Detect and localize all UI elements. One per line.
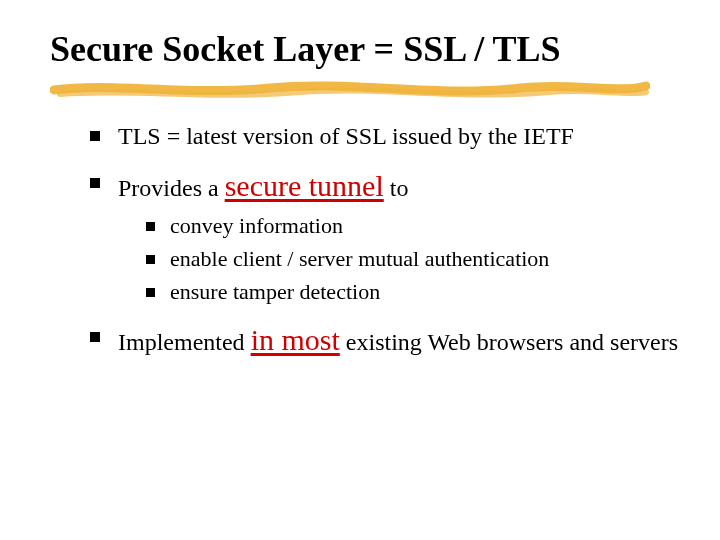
- slide: Secure Socket Layer = SSL / TLS TLS = la…: [0, 0, 720, 540]
- sub-bullet-item: convey information: [146, 212, 680, 241]
- sub-bullet-item: enable client / server mutual authentica…: [146, 245, 680, 274]
- bullet-item: Implemented in most existing Web browser…: [90, 320, 680, 361]
- sub-bullet-item: ensure tamper detection: [146, 278, 680, 307]
- bullet-item: Provides a secure tunnel to convey infor…: [90, 166, 680, 306]
- bullet-text-pre: Implemented: [118, 329, 251, 355]
- emphasis-text: in most: [251, 323, 340, 356]
- sub-bullet-text: ensure tamper detection: [170, 279, 380, 304]
- bullet-text: TLS = latest version of SSL issued by th…: [118, 123, 574, 149]
- bullet-item: TLS = latest version of SSL issued by th…: [90, 120, 680, 152]
- bullet-list: TLS = latest version of SSL issued by th…: [50, 120, 680, 361]
- slide-title: Secure Socket Layer = SSL / TLS: [50, 30, 680, 70]
- brush-stroke-icon: [50, 76, 650, 102]
- bullet-text-pre: Provides a: [118, 175, 225, 201]
- sub-bullet-text: enable client / server mutual authentica…: [170, 246, 549, 271]
- bullet-text-post: to: [384, 175, 409, 201]
- sub-bullet-text: convey information: [170, 213, 343, 238]
- title-underline-stroke: [50, 76, 680, 102]
- sub-bullet-list: convey information enable client / serve…: [118, 212, 680, 306]
- emphasis-text: secure tunnel: [225, 169, 384, 202]
- bullet-text-post: existing Web browsers and servers: [340, 329, 678, 355]
